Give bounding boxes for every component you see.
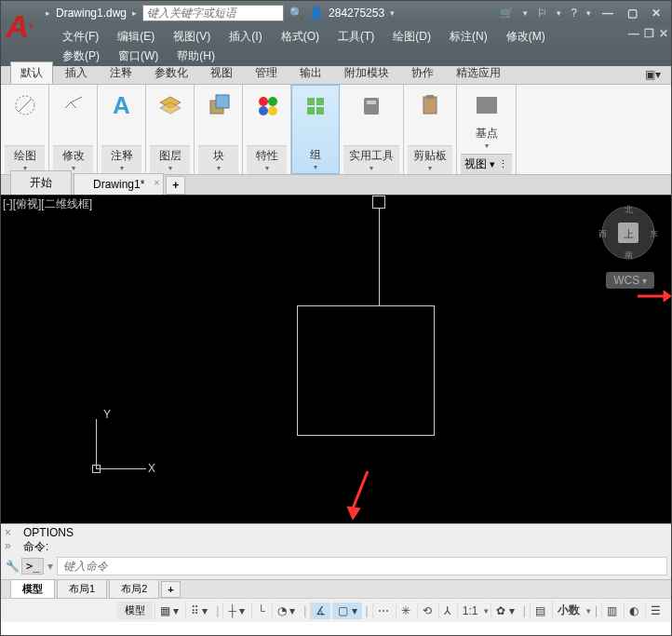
- menu-bar: 文件(F) 编辑(E) 视图(V) 插入(I) 格式(O) 工具(T) 绘图(D…: [1, 25, 671, 66]
- svg-marker-20: [664, 291, 671, 302]
- search-input[interactable]: [142, 5, 284, 21]
- viewport-dropdown[interactable]: 视图 ▾ ⋮: [461, 154, 512, 174]
- menu-tools[interactable]: 工具(T): [329, 27, 383, 47]
- ribbon-tab-launcher-icon[interactable]: ▣▾: [635, 64, 671, 84]
- isodraft-icon[interactable]: ◔ ▾: [272, 602, 300, 619]
- transparency-icon[interactable]: ✳: [396, 602, 415, 619]
- ribbon-tab-insert[interactable]: 插入: [55, 61, 98, 84]
- svg-rect-10: [307, 107, 315, 115]
- ribbon-panel-annotation[interactable]: A 注释▾: [98, 85, 146, 174]
- customize-icon[interactable]: ☰: [645, 602, 665, 619]
- ribbon-panel-clipboard[interactable]: 剪贴板▾: [404, 85, 457, 174]
- clean-screen-icon[interactable]: ◐: [624, 602, 643, 619]
- ribbon-tab-addins[interactable]: 附加模块: [334, 61, 399, 84]
- viewport-label[interactable]: [-][俯视][二维线框]: [3, 196, 92, 212]
- menu-draw[interactable]: 绘图(D): [383, 27, 440, 47]
- child-minimize-button[interactable]: —: [626, 27, 641, 47]
- new-tab-button[interactable]: +: [166, 176, 185, 195]
- binoculars-icon[interactable]: 🔍: [289, 7, 303, 20]
- layout-tab-2[interactable]: 布局2: [109, 579, 159, 599]
- gear-icon[interactable]: ✿ ▾: [491, 602, 518, 619]
- osnap-icon[interactable]: ∡: [310, 602, 330, 619]
- add-layout-button[interactable]: +: [161, 581, 180, 598]
- ribbon-panel-group[interactable]: 组▾: [291, 85, 340, 174]
- command-prompt-icon[interactable]: >_: [21, 558, 44, 575]
- svg-point-6: [259, 106, 268, 115]
- snap-icon[interactable]: ⠿ ▾: [185, 602, 212, 619]
- child-close-button[interactable]: ✕: [656, 27, 671, 47]
- layout-tab-model[interactable]: 模型: [10, 579, 55, 599]
- share-icon[interactable]: ⚐: [537, 7, 547, 20]
- layout-tabs: 模型 布局1 布局2 +: [1, 579, 671, 598]
- menu-view[interactable]: 视图(V): [164, 27, 220, 47]
- ribbon-tab-default[interactable]: 默认: [10, 61, 53, 84]
- polar-icon[interactable]: └: [251, 602, 270, 619]
- menu-insert[interactable]: 插入(I): [220, 27, 271, 47]
- close-tab-icon[interactable]: ×: [155, 178, 160, 188]
- ribbon-tab-view[interactable]: 视图: [200, 61, 243, 84]
- tab-drawing[interactable]: Drawing1*×: [74, 173, 164, 195]
- maximize-button[interactable]: ▢: [625, 7, 639, 20]
- drawing-rectangle: [297, 305, 435, 436]
- doc-dropdown-icon[interactable]: ▸: [132, 8, 137, 18]
- svg-marker-22: [347, 507, 360, 520]
- username[interactable]: 284275253: [329, 7, 384, 20]
- ribbon-panel-base[interactable]: 基点▾ 视图 ▾ ⋮: [457, 85, 517, 174]
- annoscale-icon[interactable]: ⅄: [438, 602, 455, 619]
- cycling-icon[interactable]: ⟲: [417, 602, 437, 619]
- user-icon[interactable]: 👤: [309, 7, 323, 20]
- view-cube[interactable]: 上 北 南 西 东: [600, 205, 656, 261]
- command-history: ×» OPTIONS 命令:: [1, 524, 671, 555]
- ribbon-panel-layers[interactable]: 图层▾: [146, 85, 195, 174]
- ribbon-panel-properties[interactable]: 特性▾: [243, 85, 291, 174]
- menu-edit[interactable]: 编辑(E): [108, 27, 164, 47]
- cart-icon[interactable]: 🛒: [500, 7, 514, 20]
- user-dropdown-icon[interactable]: ▾: [390, 8, 395, 18]
- ribbon-panel-modify[interactable]: 修改▾: [49, 85, 98, 174]
- child-restore-button[interactable]: ❐: [641, 27, 656, 47]
- doc-title: Drawing1.dwg: [56, 7, 127, 20]
- menu-format[interactable]: 格式(O): [272, 27, 329, 47]
- ribbon-tab-manage[interactable]: 管理: [245, 61, 288, 84]
- qat-dropdown-icon[interactable]: ▸: [46, 8, 50, 18]
- ribbon-tab-parametric[interactable]: 参数化: [144, 61, 198, 84]
- layers-icon: [154, 88, 187, 122]
- layout-tab-1[interactable]: 布局1: [57, 579, 107, 599]
- status-model[interactable]: 模型: [117, 602, 153, 619]
- svg-rect-13: [367, 101, 376, 104]
- grid-icon[interactable]: ▦ ▾: [155, 602, 183, 619]
- ribbon-tab-output[interactable]: 输出: [289, 61, 332, 84]
- close-cmd-icon[interactable]: ×»: [5, 526, 11, 552]
- annotation-arrow-right: [638, 289, 671, 304]
- ortho-icon[interactable]: ┼ ▾: [222, 602, 249, 619]
- ribbon-tab-annotate[interactable]: 注释: [100, 61, 142, 84]
- menu-file[interactable]: 文件(F): [53, 27, 108, 47]
- units-icon[interactable]: ▤: [530, 602, 550, 619]
- ribbon-tab-collab[interactable]: 协作: [401, 61, 444, 84]
- units-label[interactable]: 小数: [552, 601, 585, 620]
- command-input[interactable]: [57, 557, 667, 575]
- help-icon[interactable]: ?: [571, 7, 577, 20]
- line-icon: [8, 88, 42, 122]
- wrench-icon[interactable]: 🔧: [6, 560, 20, 573]
- close-button[interactable]: ✕: [649, 7, 664, 20]
- drawing-viewport[interactable]: [-][俯视][二维线框] Y X 上 北 南 西 东 WCS ▾: [1, 196, 671, 523]
- lineweight-icon[interactable]: ⋯: [372, 602, 394, 619]
- minimize-button[interactable]: —: [600, 7, 615, 20]
- quickprops-icon[interactable]: ▥: [601, 602, 622, 619]
- wcs-badge[interactable]: WCS ▾: [606, 272, 654, 289]
- ribbon-panel-utilities[interactable]: 实用工具▾: [340, 85, 404, 174]
- menu-dimension[interactable]: 标注(N): [440, 27, 497, 47]
- scale-label[interactable]: 1:1: [457, 602, 483, 619]
- svg-rect-11: [316, 107, 324, 115]
- menu-modify[interactable]: 修改(M): [497, 27, 555, 47]
- svg-line-21: [353, 471, 368, 508]
- document-tabs: 开始 Drawing1*× +: [1, 175, 671, 196]
- drawing-handle: [372, 196, 385, 209]
- drawing-line: [379, 209, 380, 305]
- ribbon-panel-draw[interactable]: 绘图▾: [1, 85, 49, 174]
- otrack-icon[interactable]: ▢ ▾: [332, 602, 361, 619]
- ribbon-tab-featured[interactable]: 精选应用: [446, 61, 511, 84]
- tab-start[interactable]: 开始: [10, 170, 72, 195]
- ribbon-panel-block[interactable]: 块▾: [195, 85, 243, 174]
